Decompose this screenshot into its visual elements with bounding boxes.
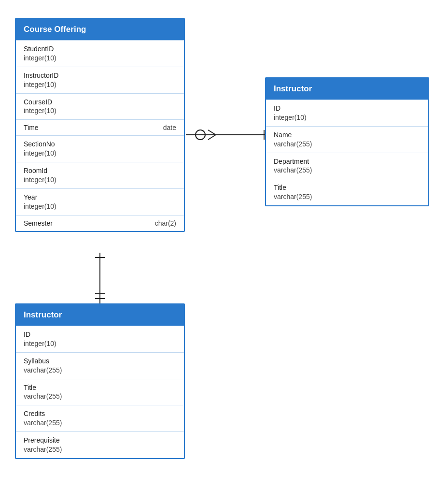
instructor-header: Instructor (266, 78, 428, 100)
table-row: Prerequisite varchar(255) (16, 431, 184, 458)
table-row: Time date (16, 119, 184, 135)
table-row: StudentID integer(10) (16, 40, 184, 67)
course-table: Instructor ID integer(10) Syllabus varch… (15, 303, 185, 459)
table-row: Title varchar(255) (266, 179, 428, 205)
table-row: SectionNo integer(10) (16, 135, 184, 162)
table-row: Syllabus varchar(255) (16, 352, 184, 379)
svg-line-2 (208, 130, 216, 135)
course-offering-header: Course Offering (16, 19, 184, 40)
table-row: Year integer(10) (16, 188, 184, 215)
table-row: Title varchar(255) (16, 379, 184, 405)
table-row: RoomId integer(10) (16, 162, 184, 188)
table-row: CourseID integer(10) (16, 93, 184, 120)
course-offering-table: Course Offering StudentID integer(10) In… (15, 18, 185, 232)
instructor-table: Instructor ID integer(10) Name varchar(2… (265, 77, 429, 206)
table-row: ID integer(10) (266, 100, 428, 126)
table-row: Name varchar(255) (266, 126, 428, 153)
course-header: Instructor (16, 304, 184, 326)
table-row: Credits varchar(255) (16, 405, 184, 431)
diagram-container: Course Offering StudentID integer(10) In… (0, 0, 448, 488)
table-row: Department varchar(255) (266, 153, 428, 179)
table-row: Semester char(2) (16, 215, 184, 231)
svg-point-1 (196, 130, 205, 140)
svg-line-3 (208, 135, 216, 140)
table-row: ID integer(10) (16, 326, 184, 352)
table-row: InstructorID integer(10) (16, 67, 184, 93)
